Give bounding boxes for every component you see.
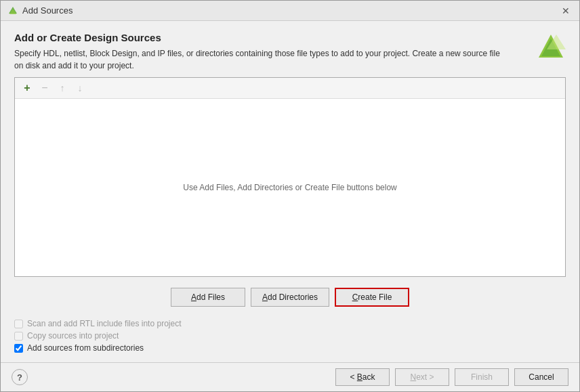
copy-sources-checkbox[interactable] — [14, 332, 23, 341]
move-up-toolbar-button[interactable]: ↑ — [54, 81, 70, 95]
vivado-logo — [536, 32, 566, 62]
copy-sources-row: Copy sources into project — [14, 331, 566, 341]
options-section: Scan and add RTL include files into proj… — [14, 315, 566, 355]
footer-right: < Back Next > Finish Cancel — [335, 368, 568, 386]
next-label: Next > — [410, 372, 434, 382]
file-list-toolbar: + − ↑ ↓ — [15, 78, 565, 99]
footer-left: ? — [12, 369, 28, 385]
action-buttons: Add Files Add Directories Create File — [14, 282, 566, 309]
next-button[interactable]: Next > — [395, 368, 449, 386]
file-list-body: Use Add Files, Add Directories or Create… — [15, 99, 565, 276]
scan-rtl-checkbox[interactable] — [14, 320, 23, 328]
cancel-label: Cancel — [529, 372, 554, 382]
add-files-button[interactable]: Add Files — [171, 288, 245, 307]
header-title: Add or Create Design Sources — [14, 32, 536, 43]
plus-icon: + — [24, 82, 30, 94]
remove-file-toolbar-button[interactable]: − — [37, 81, 53, 95]
cancel-button[interactable]: Cancel — [514, 368, 568, 386]
add-subdirs-row: Add sources from subdirectories — [14, 343, 566, 353]
content-area: Add or Create Design Sources Specify HDL… — [1, 21, 579, 362]
file-list-container: + − ↑ ↓ Use Add Files, Add Directories o… — [14, 77, 566, 277]
app-icon — [7, 5, 18, 16]
help-button[interactable]: ? — [12, 369, 28, 385]
close-button[interactable]: ✕ — [559, 5, 573, 17]
copy-sources-label: Copy sources into project — [27, 331, 119, 341]
header-description: Specify HDL, netlist, Block Design, and … — [14, 47, 502, 72]
up-arrow-icon: ↑ — [60, 83, 65, 93]
footer: ? < Back Next > Finish Cancel — [1, 362, 579, 391]
add-directories-label: Add Directories — [262, 292, 318, 302]
down-arrow-icon: ↓ — [78, 83, 83, 93]
finish-label: Finish — [471, 372, 493, 382]
header-section: Add or Create Design Sources Specify HDL… — [14, 32, 566, 72]
title-bar: Add Sources ✕ — [1, 1, 579, 21]
add-sources-dialog: Add Sources ✕ Add or Create Design Sourc… — [0, 0, 580, 392]
file-list-placeholder: Use Add Files, Add Directories or Create… — [183, 183, 396, 192]
add-files-label: Add Files — [191, 292, 225, 302]
dialog-title: Add Sources — [22, 5, 72, 16]
back-label: < Back — [350, 372, 375, 382]
create-file-button[interactable]: Create File — [335, 288, 409, 307]
add-subdirs-checkbox[interactable] — [14, 344, 23, 353]
header-text: Add or Create Design Sources Specify HDL… — [14, 32, 536, 72]
scan-rtl-label: Scan and add RTL include files into proj… — [27, 319, 181, 328]
finish-button[interactable]: Finish — [455, 368, 509, 386]
title-bar-left: Add Sources — [7, 5, 72, 16]
add-directories-button[interactable]: Add Directories — [251, 288, 329, 307]
create-file-label: Create File — [352, 292, 392, 302]
add-subdirs-label: Add sources from subdirectories — [27, 343, 144, 353]
minus-icon: − — [41, 82, 47, 94]
back-button[interactable]: < Back — [335, 368, 390, 386]
scan-rtl-row: Scan and add RTL include files into proj… — [14, 319, 566, 328]
add-file-toolbar-button[interactable]: + — [19, 81, 35, 95]
move-down-toolbar-button[interactable]: ↓ — [72, 81, 88, 95]
